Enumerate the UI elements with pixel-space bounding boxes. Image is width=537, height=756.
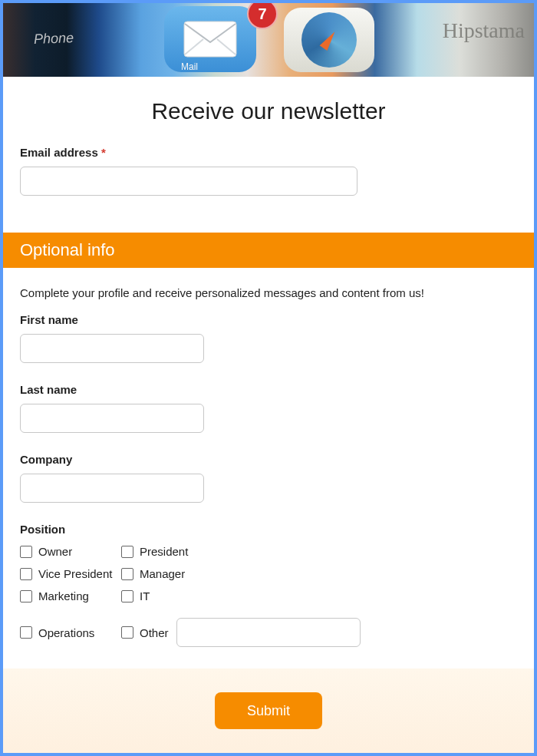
optional-info-band: Optional info — [3, 233, 534, 268]
position-marketing[interactable]: Marketing — [20, 589, 121, 602]
position-options: Owner President Vice President Manager M… — [20, 545, 517, 647]
hero-mail-text: Mail — [181, 61, 198, 72]
checkbox-icon — [20, 626, 32, 639]
position-it[interactable]: IT — [121, 589, 517, 602]
required-star-icon: * — [101, 146, 106, 159]
position-president[interactable]: President — [121, 545, 517, 558]
position-other[interactable]: Other — [121, 626, 169, 639]
compass-dial-icon — [301, 12, 357, 68]
position-other-row: Operations Other — [20, 618, 517, 647]
hero-hipsta-text: Hipstama — [443, 18, 525, 43]
position-manager[interactable]: Manager — [121, 567, 517, 580]
position-vice-president[interactable]: Vice President — [20, 567, 121, 580]
checkbox-icon — [20, 568, 32, 580]
position-manager-label: Manager — [140, 567, 185, 580]
first-name-input[interactable] — [20, 334, 204, 363]
compass-app-icon — [284, 8, 374, 72]
position-other-input[interactable] — [176, 618, 361, 647]
position-vice-president-label: Vice President — [38, 567, 112, 580]
email-label-text: Email address — [20, 146, 98, 159]
checkbox-icon — [121, 568, 133, 580]
checkbox-icon — [121, 590, 133, 602]
email-label: Email address * — [20, 146, 517, 159]
position-label: Position — [20, 523, 517, 536]
email-field-block: Email address * — [3, 146, 534, 196]
company-input[interactable] — [20, 474, 204, 503]
checkbox-icon — [121, 626, 133, 639]
position-marketing-label: Marketing — [38, 589, 89, 602]
compass-needle-icon — [320, 29, 339, 51]
email-input[interactable] — [20, 167, 357, 196]
position-block: Position Owner President Vice President … — [3, 523, 534, 647]
notification-badge: 7 — [247, 3, 278, 29]
position-other-label: Other — [140, 626, 169, 639]
hero-phone-text: Phone — [34, 30, 74, 48]
submit-button[interactable]: Submit — [215, 692, 322, 729]
position-president-label: President — [140, 545, 188, 558]
position-owner-label: Owner — [38, 545, 72, 558]
position-it-label: IT — [140, 589, 150, 602]
page-title: Receive our newsletter — [3, 98, 534, 124]
checkbox-icon — [20, 590, 32, 602]
envelope-icon — [183, 21, 237, 58]
company-label: Company — [20, 453, 517, 466]
position-operations[interactable]: Operations — [20, 626, 121, 639]
optional-info-description: Complete your profile and receive person… — [3, 268, 534, 313]
first-name-block: First name — [3, 313, 534, 363]
last-name-block: Last name — [3, 383, 534, 433]
company-block: Company — [3, 453, 534, 503]
form-footer: Submit — [3, 669, 534, 753]
position-operations-label: Operations — [38, 626, 94, 639]
last-name-input[interactable] — [20, 404, 204, 433]
position-owner[interactable]: Owner — [20, 545, 121, 558]
checkbox-icon — [121, 546, 133, 558]
first-name-label: First name — [20, 313, 517, 326]
hero-image: Phone 7 Mail Hipstama — [3, 3, 534, 77]
checkbox-icon — [20, 546, 32, 558]
svg-rect-0 — [184, 21, 236, 57]
mail-app-icon — [164, 6, 256, 72]
newsletter-form: Phone 7 Mail Hipstama Receive our newsle… — [0, 0, 537, 756]
last-name-label: Last name — [20, 383, 517, 396]
